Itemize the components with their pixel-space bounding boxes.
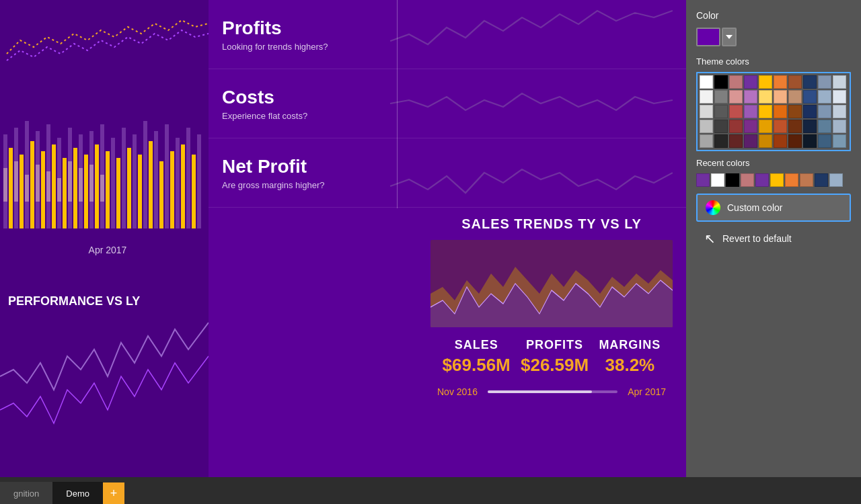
- svg-marker-49: [726, 35, 733, 39]
- net-profit-subtitle: Are gross margins higher?: [222, 180, 390, 190]
- demo-tab-label: Demo: [66, 489, 89, 499]
- theme-color-swatch[interactable]: [700, 105, 713, 118]
- theme-color-swatch[interactable]: [818, 105, 831, 118]
- svg-rect-45: [89, 165, 93, 202]
- theme-color-swatch[interactable]: [833, 75, 846, 89]
- svg-rect-15: [84, 155, 88, 228]
- recent-color-swatch[interactable]: [755, 173, 769, 187]
- svg-rect-34: [186, 128, 190, 228]
- svg-rect-22: [122, 128, 126, 228]
- theme-color-swatch[interactable]: [803, 90, 817, 103]
- theme-color-swatch[interactable]: [714, 75, 728, 89]
- theme-color-swatch[interactable]: [714, 120, 728, 133]
- bottom-line-chart: [0, 309, 209, 450]
- theme-color-swatch[interactable]: [803, 105, 817, 118]
- theme-color-swatch[interactable]: [788, 120, 802, 133]
- theme-color-swatch[interactable]: [744, 105, 757, 118]
- theme-color-swatch[interactable]: [759, 134, 772, 148]
- theme-color-swatch[interactable]: [774, 90, 787, 103]
- theme-color-swatch[interactable]: [729, 75, 743, 89]
- top-sparkline: [0, 0, 209, 81]
- recent-colors-label: Recent colors: [696, 158, 851, 168]
- theme-color-swatch[interactable]: [788, 90, 802, 103]
- theme-color-swatch[interactable]: [700, 134, 713, 148]
- theme-color-swatch[interactable]: [714, 134, 728, 148]
- end-date: Apr 2017: [628, 386, 666, 397]
- svg-rect-36: [197, 134, 201, 228]
- theme-color-swatch[interactable]: [818, 134, 831, 148]
- net-profit-info: Net Profit Are gross margins higher?: [222, 156, 390, 190]
- tab-cognition[interactable]: gnition: [0, 482, 52, 504]
- theme-color-swatch[interactable]: [803, 134, 817, 148]
- theme-color-swatch[interactable]: [774, 120, 787, 133]
- area-chart: [430, 240, 673, 327]
- theme-color-swatch[interactable]: [700, 90, 713, 103]
- theme-color-swatch[interactable]: [833, 120, 846, 133]
- recent-color-swatch[interactable]: [711, 173, 724, 187]
- recent-color-swatch[interactable]: [770, 173, 784, 187]
- add-tab-button[interactable]: +: [103, 482, 124, 504]
- theme-color-swatch[interactable]: [744, 120, 757, 133]
- color-dropdown-button[interactable]: [722, 28, 737, 46]
- theme-color-swatch[interactable]: [774, 134, 787, 148]
- theme-color-swatch[interactable]: [729, 105, 743, 118]
- theme-color-swatch[interactable]: [818, 120, 831, 133]
- revert-button[interactable]: ↖ Revert to default: [696, 225, 851, 252]
- net-profit-chart: [390, 146, 673, 200]
- sales-value: $69.56M: [443, 355, 511, 376]
- theme-color-swatch[interactable]: [833, 134, 846, 148]
- recent-color-swatch[interactable]: [696, 173, 710, 187]
- theme-color-swatch[interactable]: [729, 120, 743, 133]
- theme-color-swatch[interactable]: [759, 90, 772, 103]
- svg-rect-11: [63, 158, 67, 228]
- custom-color-button[interactable]: Custom color: [696, 194, 851, 222]
- tab-demo[interactable]: Demo: [52, 482, 103, 504]
- theme-color-swatch[interactable]: [818, 75, 831, 89]
- theme-color-swatch[interactable]: [788, 105, 802, 118]
- recent-color-swatch[interactable]: [726, 173, 739, 187]
- svg-rect-39: [25, 175, 29, 202]
- sales-trends-section: SALES TRENDS TY VS LY SALES: [417, 208, 686, 477]
- recent-color-swatch[interactable]: [800, 173, 813, 187]
- theme-color-swatch[interactable]: [833, 90, 846, 103]
- svg-rect-44: [79, 168, 83, 202]
- sales-trends-title: SALES TRENDS TY VS LY: [417, 208, 686, 240]
- svg-rect-3: [20, 155, 24, 228]
- theme-color-swatch[interactable]: [803, 120, 817, 133]
- color-selector[interactable]: [696, 28, 851, 46]
- theme-color-swatch[interactable]: [759, 120, 772, 133]
- theme-color-swatch[interactable]: [729, 90, 743, 103]
- theme-color-swatch[interactable]: [700, 120, 713, 133]
- theme-color-swatch[interactable]: [700, 75, 713, 89]
- selected-color-swatch[interactable]: [696, 28, 720, 46]
- recent-color-swatch[interactable]: [815, 173, 828, 187]
- theme-color-swatch[interactable]: [729, 134, 743, 148]
- svg-rect-19: [106, 151, 110, 228]
- theme-color-swatch[interactable]: [774, 75, 787, 89]
- svg-rect-23: [127, 148, 131, 228]
- costs-row: Costs Experience flat costs?: [209, 69, 686, 138]
- profits-stat: PROFITS $26.59M: [521, 338, 589, 376]
- theme-color-swatch[interactable]: [714, 105, 728, 118]
- theme-color-swatch[interactable]: [744, 75, 757, 89]
- theme-color-swatch[interactable]: [744, 134, 757, 148]
- svg-rect-31: [170, 151, 174, 228]
- theme-color-swatch[interactable]: [744, 90, 757, 103]
- theme-color-swatch[interactable]: [833, 105, 846, 118]
- date-slider[interactable]: [488, 390, 617, 393]
- svg-rect-21: [116, 158, 120, 228]
- theme-color-swatch[interactable]: [714, 90, 728, 103]
- recent-color-swatch[interactable]: [741, 173, 754, 187]
- recent-color-swatch[interactable]: [829, 173, 843, 187]
- theme-color-swatch[interactable]: [818, 90, 831, 103]
- recent-color-swatch[interactable]: [785, 173, 798, 187]
- theme-color-swatch[interactable]: [774, 105, 787, 118]
- theme-color-swatch[interactable]: [759, 105, 772, 118]
- theme-color-swatch[interactable]: [759, 75, 772, 89]
- theme-color-swatch[interactable]: [788, 75, 802, 89]
- svg-rect-24: [133, 134, 137, 228]
- theme-colors-grid: [696, 72, 851, 151]
- theme-color-swatch[interactable]: [788, 134, 802, 148]
- svg-rect-32: [176, 138, 180, 228]
- theme-color-swatch[interactable]: [803, 75, 817, 89]
